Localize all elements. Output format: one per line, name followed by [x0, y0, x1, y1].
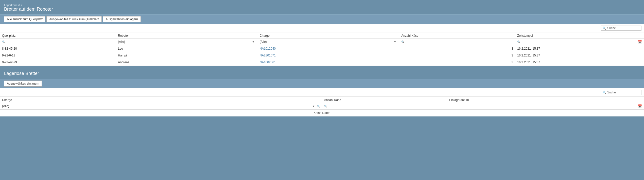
charge2-select-arrow: ▼: [312, 105, 315, 108]
table1-header-row: Quellplatz Roboter Charge Anzahl Käse Ze…: [0, 32, 644, 39]
page-wrapper: Lagerkorrektur Bretter auf dem Roboter A…: [0, 0, 644, 180]
col-header-charge: Charge: [258, 32, 399, 39]
calendar-icon1[interactable]: 📅: [638, 40, 642, 44]
cell-zeitstempel-2: 16.2.2021, 15:37: [515, 52, 644, 59]
table1-search-input[interactable]: [607, 26, 638, 30]
cell-charge-1: NA1012040: [258, 45, 399, 52]
cell-zeitstempel-1: 16.2.2021, 15:37: [515, 45, 644, 52]
search-icon1: 🔍: [603, 27, 606, 30]
table2-body: Keine Daten: [0, 110, 644, 116]
cell-anzahl-1: 3: [399, 45, 515, 52]
cell-charge-2: NA2801071: [258, 52, 399, 59]
cell-roboter-3: Andreas: [116, 59, 258, 66]
cell-roboter-2: Hampi: [116, 52, 258, 59]
table1-search-wrapper[interactable]: 🔍: [601, 26, 641, 31]
table2-header-row: Charge Anzahl Käse Einlagerdatum: [0, 97, 644, 103]
section2-title: Lagerlose Bretter: [4, 71, 640, 76]
no-data-row: Keine Daten: [0, 110, 644, 116]
search-icon2: 🔍: [603, 91, 606, 94]
table2-search-wrapper[interactable]: 🔍: [601, 90, 641, 95]
col2-header-einlagerdatum: Einlagerdatum: [447, 97, 644, 103]
filter-search-icon-quellplatz: 🔍: [2, 41, 5, 43]
calendar-icon2[interactable]: 📅: [638, 104, 642, 108]
toolbar1: Alle zurück zum Quellplatz Ausgewähltes …: [0, 14, 644, 24]
table-row: 8-82-45-20 Leo NA1012040 3 16.2.2021, 15…: [0, 45, 644, 52]
filter-input-quellplatz[interactable]: [6, 40, 114, 44]
section2: Lagerlose Bretter Ausgewähltes einlagern…: [0, 70, 644, 116]
cell-anzahl-2: 3: [399, 52, 515, 59]
charge-select-arrow: ▼: [394, 41, 396, 43]
table1: Quellplatz Roboter Charge Anzahl Käse Ze…: [0, 32, 644, 66]
cell-quellplatz-2: 9-92-6-13: [0, 52, 116, 59]
cell-zeitstempel-3: 16.2.2021, 15:37: [515, 59, 644, 66]
roboter-select-arrow: ▼: [252, 41, 255, 43]
col-header-anzahl: Anzahl Käse: [399, 32, 515, 39]
filter-charge[interactable]: (Alle) NA1012040 NA2801071 NA1002061 ▼: [258, 39, 399, 45]
filter-select-roboter[interactable]: (Alle) Leo Hampi Andreas: [118, 40, 252, 44]
filter-select-charge[interactable]: (Alle) NA1012040 NA2801071 NA1002061: [260, 40, 393, 44]
table2: Charge Anzahl Käse Einlagerdatum (Alle) …: [0, 97, 644, 116]
table1-filter-row: 🔍 (Alle) Leo Hampi Andreas ▼: [0, 39, 644, 45]
filter-roboter[interactable]: (Alle) Leo Hampi Andreas ▼: [116, 39, 258, 45]
filter2-input-anzahl[interactable]: [328, 104, 445, 108]
cell-roboter-1: Leo: [116, 45, 258, 52]
filter2-search-icon-anzahl: 🔍: [324, 105, 327, 108]
table1-body: 8-82-45-20 Leo NA1012040 3 16.2.2021, 15…: [0, 45, 644, 66]
alle-zurueck-button[interactable]: Alle zurück zum Quellplatz: [4, 16, 45, 22]
filter2-input-einlagerdatum[interactable]: [449, 104, 638, 108]
col-header-roboter: Roboter: [116, 32, 258, 39]
toolbar2: Ausgewähltes einlagern: [0, 79, 644, 88]
filter-quellplatz[interactable]: 🔍: [0, 39, 116, 45]
filter2-anzahl[interactable]: 🔍: [322, 103, 447, 110]
ausgewaehltes-zurueck-button[interactable]: Ausgewähltes zurück zum Quellplatz: [46, 16, 102, 22]
filter-anzahl[interactable]: 🔍: [399, 39, 515, 45]
page-subtitle: Lagerkorrektur: [4, 4, 640, 7]
section1-header: Lagerkorrektur Bretter auf dem Roboter: [0, 3, 644, 14]
filter2-einlagerdatum[interactable]: 📅: [447, 103, 644, 110]
ausgewaehltes-einlagern-button1[interactable]: Ausgewähltes einlagern: [103, 16, 141, 22]
filter-search-icon-anzahl: 🔍: [401, 41, 404, 43]
table-row: 9-93-42-29 Andreas NA1002061 3 16.2.2021…: [0, 59, 644, 66]
filter-zeitstempel[interactable]: 🔍 📅: [515, 39, 644, 45]
table1-section: 🔍 Quellplatz Roboter Charge Anzahl Käse …: [0, 24, 644, 66]
table2-search-bar: 🔍: [0, 88, 644, 97]
section2-header: Lagerlose Bretter: [0, 70, 644, 79]
filter2-charge[interactable]: (Alle) ▼ 🔍: [0, 103, 322, 110]
cell-quellplatz-1: 8-82-45-20: [0, 45, 116, 52]
no-data-cell: Keine Daten: [0, 110, 644, 116]
charge-link-3[interactable]: NA1002061: [260, 61, 276, 64]
charge-link-1[interactable]: NA1012040: [260, 47, 276, 50]
table2-search-input[interactable]: [607, 91, 638, 94]
ausgewaehltes-einlagern-button2[interactable]: Ausgewähltes einlagern: [4, 81, 42, 87]
cell-anzahl-3: 3: [399, 59, 515, 66]
filter-search-icon-zeitstempel: 🔍: [517, 41, 520, 43]
table2-filter-row: (Alle) ▼ 🔍 🔍: [0, 103, 644, 110]
section1-title: Bretter auf dem Roboter: [4, 7, 640, 12]
col-header-quellplatz: Quellplatz: [0, 32, 116, 39]
charge-link-2[interactable]: NA2801071: [260, 54, 276, 57]
col-header-zeitstempel: Zeitstempel: [515, 32, 644, 39]
filter2-search-icon-charge: 🔍: [317, 105, 320, 108]
table1-search-bar: 🔍: [0, 24, 644, 32]
filter-input-anzahl[interactable]: [405, 40, 513, 44]
filter2-select-charge[interactable]: (Alle): [2, 104, 312, 108]
cell-charge-3: NA1002061: [258, 59, 399, 66]
table-row: 9-92-6-13 Hampi NA2801071 3 16.2.2021, 1…: [0, 52, 644, 59]
filter-input-zeitstempel[interactable]: [521, 40, 638, 44]
col2-header-charge: Charge: [0, 97, 322, 103]
col2-header-anzahl: Anzahl Käse: [322, 97, 447, 103]
table2-section: 🔍 Charge Anzahl Käse Einlagerdatum: [0, 88, 644, 116]
cell-quellplatz-3: 9-93-42-29: [0, 59, 116, 66]
